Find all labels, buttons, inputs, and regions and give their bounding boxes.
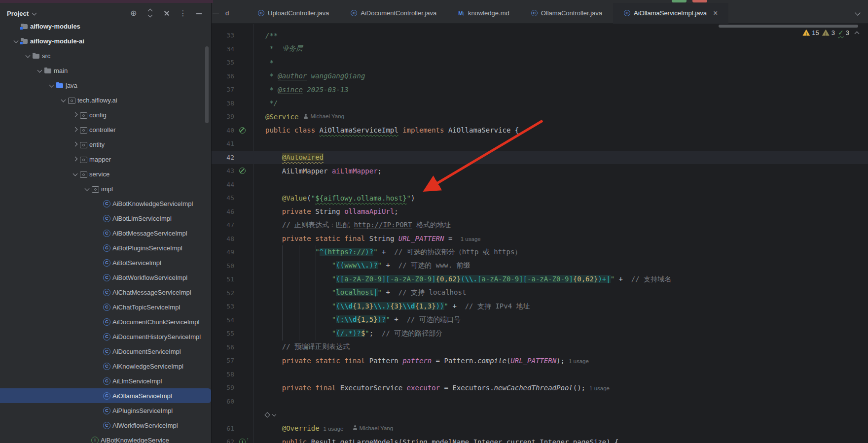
usage-hint[interactable]: 1 usage (324, 426, 344, 432)
chevron-open-icon[interactable] (72, 170, 79, 178)
tree-item[interactable]: CAiOllamaServiceImpl (0, 388, 211, 403)
gutter-bean-icon[interactable] (234, 168, 253, 174)
project-title-chevron-down-icon[interactable] (31, 9, 38, 17)
code-line[interactable]: 48 private static final String URL_PATTE… (212, 232, 868, 246)
spring-bean-icon[interactable] (239, 127, 246, 134)
tree-item[interactable]: CAiDocumentServiceImpl (0, 344, 211, 359)
chevron-closed-icon[interactable] (72, 140, 79, 148)
more-options-kebab-icon[interactable]: ⋮ (179, 9, 187, 17)
tree-item[interactable]: CAiBotMessageServiceImpl (0, 226, 211, 240)
code-line[interactable]: 61 @Override1 usageMichael Yang (212, 422, 868, 436)
code-line[interactable]: 49 "^(https?://)?" + // 可选的协议部分（http 或 h… (212, 245, 868, 259)
code-line[interactable]: 56 // 预编译正则表达式 (212, 341, 868, 354)
chevron-open-icon[interactable] (36, 67, 44, 74)
tree-item[interactable]: CAiBotLlmServiceImpl (0, 211, 211, 226)
tree-item[interactable]: CAiBotPluginsServiceImpl (0, 240, 211, 255)
tree-item[interactable]: CAiLlmServiceImpl (0, 374, 211, 388)
weak-warnings-badge[interactable]: 3 (822, 29, 835, 36)
usage-hint[interactable]: 1 usage (589, 385, 610, 391)
tree-item[interactable]: config (0, 107, 211, 122)
chevron-open-icon[interactable] (60, 96, 68, 104)
code-line[interactable]: 54 "(:\\d{1,5})?" + // 可选的端口号 (212, 313, 868, 327)
code-line[interactable]: 37 * @since 2025-03-13 (212, 83, 868, 97)
tree-item[interactable]: CAiDocumentChunkServiceImpl (0, 314, 211, 329)
tree-item[interactable]: IAiBotKnowledgeService (0, 433, 211, 443)
close-tab-icon[interactable]: × (713, 10, 718, 16)
gutter-implup-icon[interactable]: I (234, 439, 253, 443)
code-line[interactable]: 44 (212, 178, 868, 192)
spring-bean-icon[interactable] (239, 168, 246, 174)
chevron-closed-icon[interactable] (72, 126, 79, 134)
locate-file-icon[interactable]: ⊕ (130, 9, 138, 17)
tree-item[interactable]: mapper (0, 152, 211, 167)
tree-item[interactable]: CAiChatMessageServiceImpl (0, 285, 211, 300)
code-line[interactable]: 36 * @author wangGangQiang (212, 69, 868, 83)
tab-strip-scrollbar[interactable] (719, 25, 858, 28)
tree-item[interactable]: CAiDocumentHistoryServiceImpl (0, 329, 211, 344)
tab-OllamaController.java[interactable]: COllamaController.java (520, 3, 613, 24)
typos-badge[interactable]: ✓ 3 (838, 29, 849, 36)
code-line[interactable]: 46 private String ollamaApiUrl; (212, 205, 868, 219)
tree-item[interactable]: CAiPluginsServiceImpl (0, 403, 211, 418)
code-line[interactable]: 34 * 业务层 (212, 42, 868, 56)
project-tree-scrollbar[interactable] (205, 46, 209, 123)
collapse-all-icon[interactable] (163, 9, 171, 17)
ai-assistant-inlay[interactable] (265, 412, 277, 417)
code-line[interactable]: 60 (212, 395, 868, 409)
gutter-bean-icon[interactable] (234, 127, 253, 134)
expand-all-icon[interactable] (146, 9, 154, 17)
code-line[interactable]: 51 "([a-zA-Z0-9][-a-zA-Z0-9]{0,62}(\\.[a… (212, 273, 868, 286)
warnings-badge[interactable]: 15 (802, 29, 819, 36)
code-line[interactable]: 59 private final ExecutorService executo… (212, 381, 868, 395)
usage-hint[interactable]: 1 usage (461, 236, 481, 242)
tree-item[interactable]: entity (0, 137, 211, 152)
code-line[interactable]: 39@ServiceMichael Yang (212, 110, 868, 124)
tree-item[interactable]: controller (0, 122, 211, 137)
tree-item[interactable]: tech.aiflowy.ai (0, 93, 211, 107)
code-line[interactable]: 40public class AiOllamaServiceImpl imple… (212, 124, 868, 137)
inspections-chevron-up-icon[interactable] (854, 30, 860, 35)
implements-method-icon[interactable]: I (239, 439, 246, 443)
tree-item[interactable]: CAiChatTopicServiceImpl (0, 300, 211, 314)
chevron-open-icon[interactable] (48, 81, 56, 89)
tree-item[interactable]: CAiKnowledgeServiceImpl (0, 359, 211, 374)
inspections-widget[interactable]: 15 3 ✓ 3 (802, 29, 860, 36)
chevron-closed-icon[interactable] (72, 155, 79, 163)
code-line[interactable]: 52 "localhost|" + // 支持 localhost (212, 286, 868, 300)
tree-item[interactable]: CAiBotWorkflowServiceImpl (0, 270, 211, 285)
code-line[interactable]: 42 @Autowired (212, 151, 868, 165)
tree-item[interactable]: CAiBotServiceImpl (0, 255, 211, 270)
tab-AiDocumentController.java[interactable]: CAiDocumentController.java (340, 3, 447, 24)
tree-item[interactable]: aiflowy-module-ai (0, 34, 211, 48)
code-line[interactable]: 58 (212, 368, 868, 381)
code-line[interactable]: 57 private static final Pattern pattern … (212, 354, 868, 368)
hide-panel-icon[interactable] (195, 9, 203, 17)
tab-overflow-chevron-down-icon[interactable] (854, 10, 861, 17)
chevron-open-icon[interactable] (83, 185, 91, 193)
code-line[interactable]: 53 "(\\d{1,3}\\.){3}\\d{1,3}))" + // 支持 … (212, 300, 868, 313)
code-line[interactable]: 55 "(/.*)?$"; // 可选的路径部分 (212, 327, 868, 341)
code-line[interactable]: 33/** (212, 29, 868, 42)
usage-hint[interactable]: 1 usage (569, 358, 589, 364)
chevron-closed-icon[interactable] (72, 111, 79, 119)
code-line[interactable]: 62I public Result getLargeModels(String … (212, 435, 868, 443)
chevron-open-icon[interactable] (24, 52, 32, 60)
tree-item[interactable]: java (0, 78, 211, 93)
tab-AiOllamaServiceImpl.java[interactable]: CAiOllamaServiceImpl.java× (613, 3, 728, 24)
tree-item[interactable]: src (0, 48, 211, 63)
panel-splitter[interactable] (211, 3, 212, 443)
code-line[interactable]: 47 // 正则表达式：匹配 http://IP:PORT 格式的地址 (212, 218, 868, 232)
tree-item[interactable]: main (0, 63, 211, 78)
tree-item[interactable]: CAiWorkflowServiceImpl (0, 418, 211, 433)
tree-item[interactable]: service (0, 167, 211, 181)
project-tree[interactable]: aiflowy-modulesaiflowy-module-aisrcmainj… (0, 3, 211, 443)
code-line[interactable]: 45 @Value("${aiflowy.ollama.host}") (212, 191, 868, 205)
tree-item[interactable]: CAiBotKnowledgeServiceImpl (0, 196, 211, 211)
tree-item[interactable]: impl (0, 181, 211, 196)
code-line[interactable]: 38 */ (212, 97, 868, 110)
code-editor[interactable]: 33/**34 * 业务层35 *36 * @author wangGangQi… (212, 24, 868, 443)
chevron-open-icon[interactable] (12, 37, 20, 45)
code-line[interactable]: 43 AiLlmMapper aiLlmMapper; (212, 164, 868, 178)
code-line[interactable]: 41 (212, 137, 868, 151)
code-line[interactable]: 35 * (212, 56, 868, 69)
